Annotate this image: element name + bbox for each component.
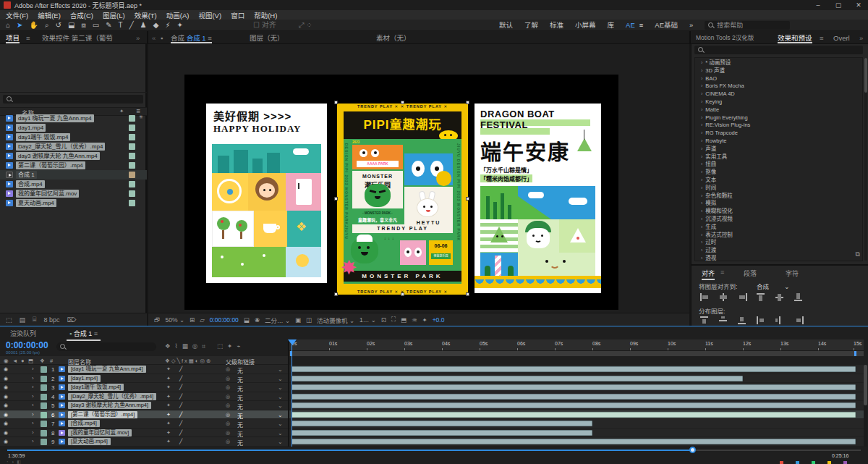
- menu-file[interactable]: 文件(F): [6, 10, 28, 20]
- roto-brush-tool-icon[interactable]: ⚡: [165, 20, 170, 30]
- viewer-timecode[interactable]: 0:00:00:00: [210, 316, 239, 324]
- label-color-swatch[interactable]: [129, 125, 135, 131]
- camera-tool-icon[interactable]: ⬓: [68, 20, 75, 30]
- menu-animation[interactable]: 动画(A): [166, 10, 190, 20]
- selection-handle[interactable]: [401, 101, 404, 104]
- parent-pickwhip-icon[interactable]: ◎: [226, 366, 230, 372]
- distribute-v-center-icon[interactable]: [719, 316, 728, 324]
- project-item-name[interactable]: 第二课（葡萄乐园）.mp4: [16, 161, 85, 169]
- layer-name-chip[interactable]: [Day2_摩天轮_雪儿（优秀）.mp4]: [68, 393, 156, 400]
- player-progress-track[interactable]: [7, 450, 861, 451]
- tab-render-queue[interactable]: 渲染队列: [10, 329, 36, 338]
- timeline-button-icon[interactable]: ⬒: [401, 316, 407, 324]
- selection-handle[interactable]: [466, 197, 469, 201]
- visibility-eye-icon[interactable]: ◉: [4, 394, 8, 400]
- quality-slash-icon[interactable]: ╱: [179, 366, 182, 372]
- playhead-line[interactable]: [292, 339, 292, 447]
- help-search-field[interactable]: 搜索帮助: [705, 21, 790, 30]
- parent-dropdown[interactable]: 无: [237, 376, 243, 384]
- quality-switch-icon[interactable]: ✦: [166, 430, 171, 436]
- quality-switch-icon[interactable]: ✦: [166, 421, 171, 426]
- distribute-left-icon[interactable]: [757, 316, 766, 324]
- expand-chevron-icon[interactable]: ›: [32, 429, 34, 436]
- timeline-layer-row[interactable]: ◉ › 7 [合成.mp4] ✦ ╱ ◎ 无 ⌄: [0, 419, 288, 429]
- effect-category[interactable]: ›BAO: [701, 75, 717, 83]
- project-item-name[interactable]: Day2_摩天轮_雪儿（优秀）.mp4: [16, 143, 105, 151]
- quality-switch-icon[interactable]: ✦: [166, 402, 171, 408]
- label-color-swatch[interactable]: [41, 394, 47, 400]
- timeline-layer-row-selected[interactable]: ◉ › 6 [第二课（葡萄乐园）.mp4] ✦ ╱ ◎ 无 ⌄: [0, 410, 288, 420]
- quality-slash-icon[interactable]: ╱: [179, 384, 182, 390]
- selection-handle[interactable]: [466, 292, 469, 296]
- quality-slash-icon[interactable]: ╱: [179, 412, 182, 418]
- visibility-eye-icon[interactable]: ◉: [4, 430, 8, 436]
- chevron-down-icon[interactable]: ⌄: [278, 439, 283, 445]
- effect-category[interactable]: ›模拟: [701, 200, 716, 207]
- menu-effect[interactable]: 效果(T): [135, 10, 157, 20]
- effect-category[interactable]: ›Matte: [701, 106, 719, 114]
- project-item-name[interactable]: day1 嗨玩一夏 九鱼Ann.mp4: [16, 114, 94, 122]
- project-bpc-button[interactable]: 8 bpc: [43, 316, 59, 324]
- effect-category[interactable]: ›CINEMA 4D: [701, 90, 735, 98]
- label-color-swatch[interactable]: [129, 200, 135, 206]
- project-item-name[interactable]: day3 谢轶摩天轮 九鱼Ann.mp4: [16, 152, 100, 160]
- effects-scrollbar[interactable]: [864, 58, 867, 261]
- tab-project[interactable]: 项目: [6, 33, 20, 43]
- label-color-swatch[interactable]: [41, 430, 47, 436]
- exposure-reset-icon[interactable]: ✦: [422, 316, 427, 324]
- effect-category[interactable]: ›声道: [701, 145, 716, 153]
- chevron-down-icon[interactable]: ⌄: [278, 384, 283, 391]
- panel-resize-icon[interactable]: ⧉: [856, 250, 860, 258]
- label-color-swatch[interactable]: [41, 412, 47, 418]
- tab-layer[interactable]: 图层（无）: [250, 33, 284, 43]
- composition-viewer[interactable]: 美好假期 >>>> HAPPY HOLIDAY: [148, 44, 689, 313]
- visibility-eye-icon[interactable]: ◉: [4, 412, 8, 418]
- project-item-name[interactable]: day1端午 饭饭.mp4: [16, 133, 70, 141]
- project-item-row[interactable]: Day2_摩天轮_雪儿（优秀）.mp4: [0, 142, 147, 151]
- quality-switch-icon[interactable]: ✦: [166, 394, 171, 400]
- quality-switch-icon[interactable]: ✦: [166, 412, 171, 418]
- visibility-eye-icon[interactable]: ◉: [4, 402, 8, 408]
- workspace-default[interactable]: 默认: [499, 20, 513, 30]
- align-left-icon[interactable]: [700, 293, 710, 301]
- tab-footage[interactable]: 素材（无）: [376, 33, 411, 43]
- quality-slash-icon[interactable]: ╱: [179, 421, 182, 426]
- align-panel-menu-icon[interactable]: ≡: [720, 269, 724, 276]
- tab-overlord[interactable]: Overl: [833, 33, 850, 43]
- project-panel-menu-icon[interactable]: ≡: [26, 33, 30, 43]
- chevron-down-icon[interactable]: ⌄: [278, 430, 283, 436]
- effect-category[interactable]: ›Rowbyte: [701, 138, 727, 145]
- project-item-name[interactable]: 合成 1: [16, 171, 37, 179]
- visibility-eye-icon[interactable]: ◉: [4, 366, 8, 372]
- timeline-footer-toggle-icons[interactable]: ◔◑◧: [6, 459, 24, 464]
- trash-icon[interactable]: ⌦: [67, 316, 76, 324]
- distribute-right-icon[interactable]: [794, 316, 804, 324]
- parent-dropdown[interactable]: 无: [237, 402, 243, 410]
- timeline-layer-row[interactable]: ◉ › 3 [day1端午 饭饭.mp4] ✦ ╱ ◎ 无 ⌄: [0, 383, 288, 392]
- tab-motion-tools[interactable]: Motion Tools 2汉化版: [696, 33, 754, 43]
- grid-options-icon[interactable]: ⤢ ⁘: [299, 21, 312, 29]
- effect-category[interactable]: ›文本: [701, 177, 716, 184]
- poster-monster-park[interactable]: TRENDY PLAY ✕ ✕ TRENDY PLAY ✕ PIPI童趣潮玩 D…: [337, 104, 468, 295]
- effect-category[interactable]: ›透视: [701, 255, 716, 261]
- align-h-center-icon[interactable]: [719, 293, 728, 301]
- project-item-row[interactable]: 夏天动画.mp4: [0, 198, 147, 208]
- layer-duration-bar[interactable]: [292, 394, 856, 400]
- layer-duration-bar[interactable]: [292, 421, 592, 426]
- timeline-panel-menu-icon[interactable]: ≡: [94, 330, 98, 337]
- quality-slash-icon[interactable]: ╱: [179, 430, 182, 436]
- align-right-icon[interactable]: [738, 293, 747, 301]
- snap-checkbox[interactable]: ☐: [253, 21, 262, 29]
- quality-switch-icon[interactable]: ✦: [166, 366, 171, 372]
- project-item-row[interactable]: day1 嗨玩一夏 九鱼Ann.mp4 ✳: [0, 114, 147, 123]
- timeline-layer-row[interactable]: ◉ › 4 [Day2_摩天轮_雪儿（优秀）.mp4] ✦ ╱ ◎ 无 ⌄: [0, 392, 288, 402]
- timeline-divider[interactable]: [288, 339, 289, 447]
- label-color-swatch[interactable]: [129, 115, 135, 122]
- selection-tool-icon[interactable]: ➤: [17, 20, 22, 30]
- project-item-row-composition[interactable]: 合成 1: [0, 170, 147, 180]
- parent-pickwhip-icon[interactable]: ◎: [226, 394, 230, 400]
- timeline-search-field[interactable]: [56, 342, 156, 351]
- effect-category[interactable]: ›实用工具: [701, 153, 727, 161]
- effect-category[interactable]: ›抠像: [701, 169, 716, 176]
- expand-chevron-icon[interactable]: ›: [32, 375, 34, 381]
